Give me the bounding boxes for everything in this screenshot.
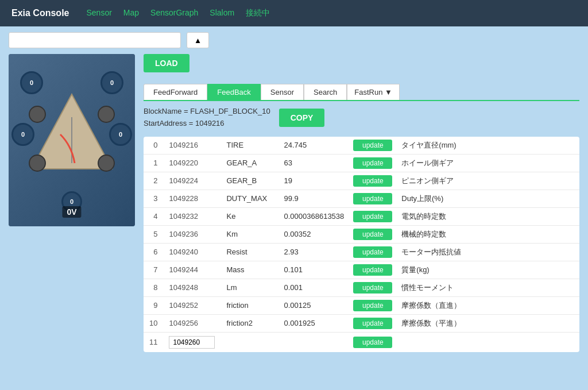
svg-point-5 <box>98 155 114 171</box>
update-button[interactable]: update <box>353 318 392 329</box>
row-description: タイヤ直径(mm) <box>396 137 579 155</box>
row-description: Duty上限(%) <box>396 190 579 207</box>
tab-feedback[interactable]: FeedBack <box>207 84 261 100</box>
row-description: ピニオン側ギア <box>396 172 579 190</box>
block-info-text: BlockName = FLASH_DF_BLOCK_10 StartAddre… <box>144 106 270 130</box>
robot-svg <box>26 88 118 180</box>
update-button[interactable]: update <box>353 157 392 169</box>
row-update-cell: update <box>350 332 396 352</box>
motor-ml-label: 0 <box>21 131 25 138</box>
row-update-cell: update <box>350 172 396 190</box>
copy-button[interactable]: COPY <box>279 109 325 127</box>
tab-feedforward[interactable]: FeedForward <box>144 84 207 100</box>
row-description <box>396 332 579 352</box>
row-index: 5 <box>144 225 163 243</box>
row-update-cell: update <box>350 243 396 261</box>
row-address: 1049232 <box>163 207 220 225</box>
address-input[interactable] <box>169 336 215 349</box>
upload-bar <box>9 32 181 48</box>
row-param-value: 0.00352 <box>278 225 350 243</box>
table-row: 91049252friction0.00125update摩擦係数（直進） <box>144 296 579 314</box>
row-description: 機械的時定数 <box>396 225 579 243</box>
table-row: 31049228DUTY_MAX99.9updateDuty上限(%) <box>144 190 579 207</box>
nav-links: Sensor Map SensorGraph Slalom 接続中 <box>86 8 270 18</box>
update-button[interactable]: update <box>353 264 392 276</box>
motor-tr-label: 0 <box>110 79 114 86</box>
table-row: 41049232Ke0.0000368613538update電気的時定数 <box>144 207 579 225</box>
row-param-value: 0.00125 <box>278 296 350 314</box>
row-param-value: 0.0000368613538 <box>278 207 350 225</box>
nav-connection[interactable]: 接続中 <box>246 8 270 18</box>
row-param-value: 99.9 <box>278 190 350 207</box>
row-address: 1049256 <box>163 314 220 332</box>
tab-bar: FeedForward FeedBack Sensor Search FastR… <box>144 84 579 101</box>
row-index: 4 <box>144 207 163 225</box>
content-row: 0 0 <box>9 54 579 352</box>
table-row: 61049240Resist2.93updateモーター内抵抗値 <box>144 243 579 261</box>
row-param-name: Ke <box>220 207 278 225</box>
update-button[interactable]: update <box>353 140 392 151</box>
update-button[interactable]: update <box>353 300 392 311</box>
row-update-cell: update <box>350 154 396 172</box>
row-address: 1049220 <box>163 154 220 172</box>
row-param-value: 24.745 <box>278 137 350 155</box>
block-info-row: BlockName = FLASH_DF_BLOCK_10 StartAddre… <box>144 106 579 130</box>
update-button[interactable]: update <box>353 193 392 204</box>
block-name-label: BlockName = FLASH_DF_BLOCK_10 <box>144 106 270 118</box>
nav-map[interactable]: Map <box>123 8 139 18</box>
row-update-cell: update <box>350 225 396 243</box>
row-address: 1049216 <box>163 137 220 155</box>
nav-slalom[interactable]: Slalom <box>210 8 234 18</box>
table-row: 21049224GEAR_B19updateピニオン側ギア <box>144 172 579 190</box>
upload-button[interactable]: ▲ <box>187 32 209 48</box>
row-address <box>163 332 220 352</box>
row-address: 1049240 <box>163 243 220 261</box>
row-param-value: 0.101 <box>278 261 350 279</box>
update-button[interactable]: update <box>353 175 392 187</box>
robot-panel: 0 0 <box>9 54 135 352</box>
row-update-cell: update <box>350 296 396 314</box>
row-param-name: Resist <box>220 243 278 261</box>
row-update-cell: update <box>350 314 396 332</box>
table-row: 81049248Lm0.001update慣性モーメント <box>144 279 579 296</box>
update-button[interactable]: update <box>353 211 392 222</box>
robot-image: 0 0 <box>9 54 135 226</box>
row-index: 1 <box>144 154 163 172</box>
update-button[interactable]: update <box>353 246 392 258</box>
tab-sensor[interactable]: Sensor <box>261 84 304 100</box>
row-index: 7 <box>144 261 163 279</box>
nav-sensorgraph[interactable]: SensorGraph <box>150 8 198 18</box>
row-param-name: GEAR_B <box>220 172 278 190</box>
load-button[interactable]: LOAD <box>144 54 189 72</box>
tab-fastrun[interactable]: FastRun ▼ <box>347 84 400 100</box>
row-index: 2 <box>144 172 163 190</box>
update-button[interactable]: update <box>353 282 392 294</box>
row-description: 電気的時定数 <box>396 207 579 225</box>
row-description: ホイール側ギア <box>396 154 579 172</box>
brand-title: Exia Console <box>11 8 69 18</box>
motor-mid-left: 0 <box>11 123 34 146</box>
row-update-cell: update <box>350 279 396 296</box>
nav-sensor[interactable]: Sensor <box>86 8 111 18</box>
row-index: 0 <box>144 137 163 155</box>
row-param-value <box>278 332 350 352</box>
table-row: 11update <box>144 332 579 352</box>
row-param-name: friction2 <box>220 314 278 332</box>
update-button[interactable]: update <box>353 229 392 240</box>
tab-search[interactable]: Search <box>304 84 347 100</box>
row-description: 質量(kg) <box>396 261 579 279</box>
row-param-value: 19 <box>278 172 350 190</box>
row-address: 1049248 <box>163 279 220 296</box>
row-update-cell: update <box>350 261 396 279</box>
row-param-name: TIRE <box>220 137 278 155</box>
row-param-value: 63 <box>278 154 350 172</box>
robot-body-area <box>26 88 118 180</box>
row-index: 3 <box>144 190 163 207</box>
row-param-name: GEAR_A <box>220 154 278 172</box>
svg-point-2 <box>29 106 45 122</box>
row-param-name: Km <box>220 225 278 243</box>
row-update-cell: update <box>350 190 396 207</box>
update-button[interactable]: update <box>353 337 392 348</box>
table-row: 11049220GEAR_A63updateホイール側ギア <box>144 154 579 172</box>
top-bar: ▲ <box>9 32 579 48</box>
